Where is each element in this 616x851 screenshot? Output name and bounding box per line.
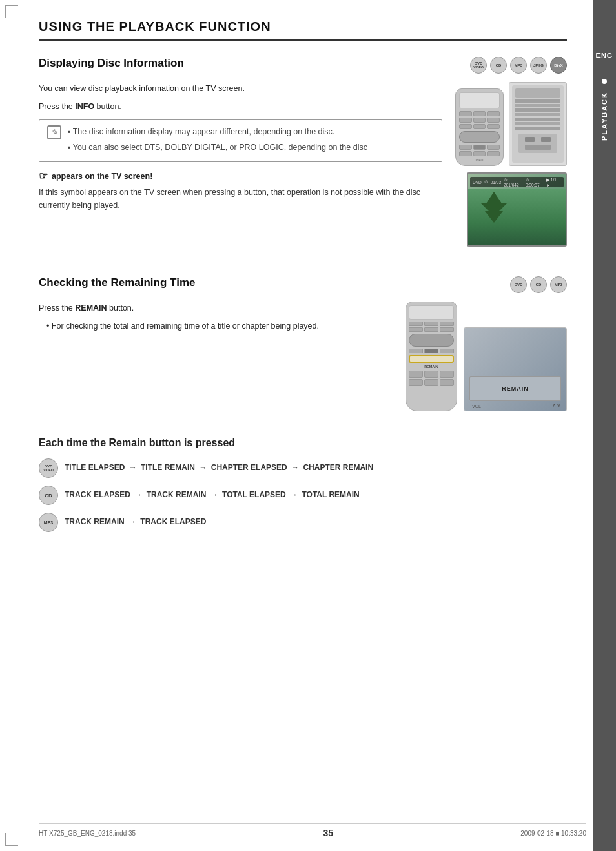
title-elapsed: TITLE ELAPSED: [65, 463, 125, 472]
tv-bar-chapters: ⊙ 201/642: [504, 178, 523, 187]
footer-left: HT-X725_GB_ENG_0218.indd 35: [39, 830, 136, 837]
tv-bar-sep1: ⊙: [484, 179, 488, 185]
remote-info-label: INFO: [459, 158, 500, 162]
rrs-big-btn: [440, 379, 454, 386]
section1-para2-prefix: Press the: [39, 102, 75, 111]
section1-text: You can view disc playback information o…: [39, 82, 442, 247]
arrow2: →: [199, 463, 207, 472]
arrow6: →: [290, 490, 298, 499]
disc-icon-divx: DivX: [550, 57, 567, 74]
page-header: USING THE PLAYBACK FUNCTION: [39, 19, 567, 41]
rrs-grid-2: [409, 349, 454, 353]
section2-para1: Press the REMAIN button.: [39, 302, 393, 314]
note-item-1: The disc information display may appear …: [68, 125, 367, 138]
total-elapsed: TOTAL ELAPSED: [222, 490, 286, 499]
corner-mark-tl: [5, 5, 18, 18]
rrs-big: [409, 371, 454, 386]
rbtn: [487, 124, 500, 129]
chapter-elapsed: CHAPTER ELAPSED: [211, 463, 287, 472]
svg-rect-8: [515, 127, 560, 130]
disc-icon-dvd: DVD: [510, 276, 527, 293]
remain-btn-label: REMAIN: [409, 365, 454, 369]
remote-remain-top: [409, 305, 454, 320]
rrs-btn: [440, 327, 454, 332]
rrs-btn: [409, 349, 423, 353]
remain-vol-label: VOL: [472, 404, 481, 409]
hand-icon: ☞: [39, 170, 48, 182]
rbtn: [473, 151, 486, 156]
rbtn: [473, 118, 486, 123]
tv-bar-track: 01/03: [491, 180, 501, 185]
rbtn-highlight: [473, 145, 486, 150]
svg-rect-12: [525, 145, 551, 150]
section2-disc-icons: DVD CD MP3: [510, 276, 567, 293]
sidebar-lang: ENG: [596, 52, 613, 59]
tv-bar-play: ▶ 1/1 ►: [546, 178, 561, 187]
arrow7: →: [128, 517, 136, 526]
note-item-2: You can also select DTS, DOLBY DIGITAL, …: [68, 141, 367, 154]
rrs-big-btn: [409, 379, 423, 386]
disc-tray-svg: [512, 85, 564, 163]
tv-bar-time: ⊙ 0:00:37: [526, 178, 544, 187]
section1-remote-combo: INFO: [455, 82, 567, 166]
svg-rect-9: [518, 134, 557, 153]
svg-rect-7: [515, 122, 560, 125]
section-displaying-disc: Displaying Disc Information DVDVIDEO CD …: [39, 57, 567, 247]
sidebar-dot: [602, 79, 607, 84]
rrs-btn: [424, 327, 438, 332]
remain-tv-inner: REMAIN: [469, 376, 561, 401]
rrs-grid-1: [409, 322, 454, 332]
track-remain-1: TRACK REMAIN: [147, 490, 207, 499]
hand-title-row: ☞ appears on the TV screen!: [39, 170, 442, 182]
note-box: ✎ The disc information display may appea…: [39, 119, 442, 162]
arrow3: →: [291, 463, 299, 472]
section1-disc-icons: DVDVIDEO CD MP3 JPEG DivX: [470, 57, 567, 74]
note-icon: ✎: [47, 125, 61, 139]
arrow1: →: [129, 463, 137, 472]
tv-info-screen: DVD ⊙ 01/03 ⊙ 201/642 ⊙ 0:00:37 ▶ 1/1 ►: [467, 172, 567, 247]
main-content: USING THE PLAYBACK FUNCTION Displaying D…: [0, 0, 593, 566]
rbtn: [459, 151, 472, 156]
hand-section: ☞ appears on the TV screen! If this symb…: [39, 170, 442, 212]
svg-rect-3: [515, 104, 560, 107]
rbtn: [487, 151, 500, 156]
section2-text: Press the REMAIN button. • For checking …: [39, 302, 393, 411]
rrs-btn: [424, 322, 438, 326]
remain-icon-dvd: DVD VIDEO: [39, 458, 58, 478]
section1-para2: Press the INFO button.: [39, 100, 442, 113]
section1-images: INFO: [455, 82, 567, 247]
rrs-btn: [409, 327, 423, 332]
remote-btn-grid-2: [459, 145, 500, 156]
remote-dpad: [459, 131, 500, 143]
remain-row-cd: CD TRACK ELAPSED → TRACK REMAIN → TOTAL …: [39, 486, 567, 505]
footer-right: 2009-02-18 ■ 10:33:20: [520, 830, 586, 837]
disc-icon-dvd-video: DVDVIDEO: [470, 57, 487, 74]
tv-info-bar: DVD ⊙ 01/03 ⊙ 201/642 ⊙ 0:00:37 ▶ 1/1 ►: [470, 177, 564, 187]
remain-sequence-dvd: TITLE ELAPSED → TITLE REMAIN → CHAPTER E…: [65, 462, 373, 474]
rrs-btn-hl: [424, 349, 438, 353]
hand-title-text: appears on the TV screen!: [52, 172, 152, 181]
section2-bullet-text: For checking the total and remaining tim…: [52, 322, 319, 331]
rbtn: [487, 145, 500, 150]
disc-icon-mp3: MP3: [510, 57, 527, 74]
rbtn: [473, 111, 486, 116]
svg-rect-2: [515, 99, 560, 103]
remote-remain: REMAIN: [406, 302, 457, 411]
remain-display-label: REMAIN: [502, 385, 529, 392]
rbtn: [487, 111, 500, 116]
remote-screen: [459, 92, 500, 108]
chapter-remain: CHAPTER REMAIN: [303, 463, 373, 472]
remote-btn-grid-1: [459, 111, 500, 129]
section1-para1: You can view disc playback information o…: [39, 82, 442, 95]
rrs-big-btn: [409, 371, 423, 378]
svg-rect-10: [525, 137, 535, 142]
remain-sequence-mp3: TRACK REMAIN → TRACK ELAPSED: [65, 516, 206, 528]
remain-row-dvd: DVD VIDEO TITLE ELAPSED → TITLE REMAIN →…: [39, 458, 567, 478]
tv-bar-dvd: DVD: [473, 180, 482, 185]
rrs-big-btn: [440, 371, 454, 378]
section2-para1-rest: button.: [107, 303, 134, 313]
rrs-dpad: [409, 334, 454, 347]
disc-icon-mp3-2: MP3: [550, 276, 567, 293]
track-elapsed-2: TRACK ELAPSED: [140, 517, 206, 526]
section-checking-remain: Checking the Remaining Time DVD CD MP3 P…: [39, 276, 567, 411]
